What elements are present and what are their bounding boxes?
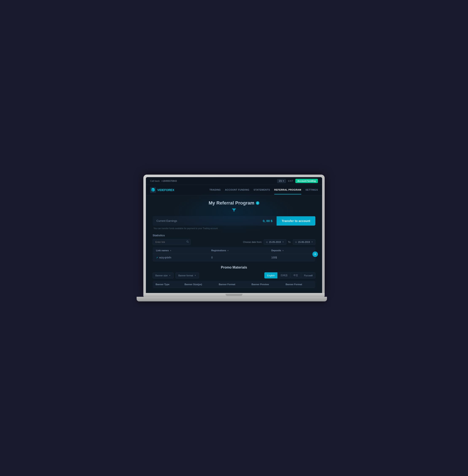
cell-link: ↗ wzq-qnlxfn bbox=[153, 254, 208, 261]
stats-table-wrapper: Link names ▾ Registrations ▾ bbox=[153, 247, 315, 261]
laptop-wrapper: Call back +18499370843 EN ▼ EXIT Account… bbox=[143, 175, 325, 301]
nav-referral-program[interactable]: REFERRAL PROGRAM bbox=[274, 185, 301, 194]
logo-vide: VIDE bbox=[157, 188, 164, 192]
app-container: Call back +18499370843 EN ▼ EXIT Account… bbox=[146, 177, 322, 293]
stats-table-head: Link names ▾ Registrations ▾ bbox=[153, 247, 315, 254]
lang-tab-english[interactable]: English bbox=[264, 272, 278, 279]
date-controls: Choose date from: ⊞ 15-05-2019 ▼ To: ⊞ 1… bbox=[243, 239, 315, 245]
calendar-icon-from: ⊞ bbox=[266, 241, 268, 243]
col-link-names: Link names ▾ bbox=[153, 247, 208, 254]
col-registrations: Registrations ▾ bbox=[208, 247, 268, 254]
banner-col-format2: Banner Format bbox=[283, 281, 315, 288]
promo-controls: Banner size ▼ Banner format ▼ English 日本… bbox=[153, 272, 315, 279]
promo-title: Promo Materials bbox=[153, 266, 315, 269]
banner-table: Banner Type Banner Size(px) Banner Forma… bbox=[153, 281, 315, 288]
date-from-input[interactable]: ⊞ 15-05-2019 ▼ bbox=[264, 239, 286, 245]
date-to-label: To: bbox=[288, 241, 291, 243]
top-bar-right: EN ▼ EXIT Account funding bbox=[277, 179, 318, 183]
top-bar-left: Call back +18499370843 bbox=[150, 180, 177, 182]
col-link-names-label: Link names bbox=[156, 249, 169, 252]
sort-icon-link: ▾ bbox=[170, 250, 171, 252]
lang-tab-russian[interactable]: Русский bbox=[301, 272, 315, 279]
logo-icon bbox=[150, 187, 156, 193]
statistics-title: Statistics bbox=[153, 234, 315, 237]
banner-size-label: Banner size bbox=[155, 274, 168, 277]
account-funding-button[interactable]: Account funding bbox=[295, 179, 318, 183]
lang-chevron-icon: ▼ bbox=[282, 180, 284, 182]
calendar-icon-to: ⊞ bbox=[295, 241, 297, 243]
sort-icon-deposits: ▾ bbox=[282, 250, 284, 252]
nav-settings[interactable]: SETTINGS bbox=[306, 185, 318, 194]
date-from-chevron: ▼ bbox=[282, 241, 284, 243]
banner-col-preview: Banner Preview bbox=[249, 281, 283, 288]
link-cell: ↗ wzq-qnlxfn bbox=[156, 256, 205, 259]
date-to-chevron: ▼ bbox=[311, 241, 313, 243]
lang-tab-chinese[interactable]: 中文 bbox=[291, 272, 301, 279]
search-input-wrapper bbox=[153, 239, 190, 245]
logo-text: VIDEFOREX bbox=[157, 188, 174, 192]
banner-table-head: Banner Type Banner Size(px) Banner Forma… bbox=[153, 281, 315, 288]
banner-format-chevron-icon: ▼ bbox=[194, 274, 196, 277]
laptop-base-top bbox=[143, 293, 325, 297]
table-row: ↗ wzq-qnlxfn 0 100$ bbox=[153, 254, 315, 261]
banner-col-format: Banner Format bbox=[216, 281, 249, 288]
cell-registrations: 0 bbox=[208, 254, 268, 261]
lang-tab-japanese[interactable]: 日本語 bbox=[278, 272, 290, 279]
date-to-input[interactable]: ⊞ 15-06-2019 ▼ bbox=[293, 239, 315, 245]
top-bar: Call back +18499370843 EN ▼ EXIT Account… bbox=[146, 177, 322, 185]
date-from-value: 15-05-2019 bbox=[269, 241, 281, 243]
add-row-button[interactable]: + bbox=[312, 252, 318, 257]
svg-point-2 bbox=[187, 241, 188, 242]
banner-size-chevron-icon: ▼ bbox=[169, 274, 171, 277]
statistics-section: Statistics bbox=[153, 234, 315, 261]
stats-table-header-row: Link names ▾ Registrations ▾ bbox=[153, 247, 315, 254]
banner-format-dropdown[interactable]: Banner format ▼ bbox=[176, 273, 199, 279]
main-content: My Referral Program i Current Earnings 0 bbox=[146, 195, 322, 293]
laptop-hinge-notch bbox=[226, 294, 242, 296]
logo-area: VIDEFOREX bbox=[150, 185, 174, 195]
banner-table-header-row: Banner Type Banner Size(px) Banner Forma… bbox=[153, 281, 315, 288]
laptop-screen-outer: Call back +18499370843 EN ▼ EXIT Account… bbox=[143, 175, 325, 293]
col-deposits-label: Deposits bbox=[271, 249, 281, 252]
laptop-base-bottom bbox=[137, 297, 327, 301]
lang-badge[interactable]: EN ▼ bbox=[277, 179, 286, 183]
banner-col-size: Banner Size(px) bbox=[181, 281, 216, 288]
link-arrow-icon: ↗ bbox=[156, 256, 158, 259]
search-input[interactable] bbox=[153, 239, 190, 245]
callback-label: Call back bbox=[150, 180, 160, 182]
exit-button[interactable]: EXIT bbox=[288, 180, 293, 182]
banner-format-label: Banner format bbox=[178, 274, 193, 277]
search-icon-button[interactable] bbox=[186, 240, 189, 244]
date-from-label: Choose date from: bbox=[243, 241, 262, 243]
col-deposits: Deposits ▾ bbox=[268, 247, 315, 254]
statistics-controls: Choose date from: ⊞ 15-05-2019 ▼ To: ⊞ 1… bbox=[153, 239, 315, 245]
banner-col-type: Banner Type bbox=[153, 281, 181, 288]
svg-line-3 bbox=[188, 242, 189, 243]
banner-size-dropdown[interactable]: Banner size ▼ bbox=[153, 273, 174, 279]
phone-number: +18499370843 bbox=[161, 180, 177, 182]
laptop-screen-inner: Call back +18499370843 EN ▼ EXIT Account… bbox=[146, 177, 322, 293]
sort-icon-registrations: ▾ bbox=[227, 250, 229, 252]
lang-badge-text: EN bbox=[279, 180, 282, 182]
stats-table: Link names ▾ Registrations ▾ bbox=[153, 247, 315, 261]
logo-forex: FOREX bbox=[164, 188, 174, 192]
cell-deposits: 100$ bbox=[268, 254, 315, 261]
bg-decoration bbox=[171, 191, 297, 233]
promo-section: Promo Materials Banner size ▼ Banner for… bbox=[153, 266, 315, 288]
lang-tabs: English 日本語 中文 Русский bbox=[264, 272, 315, 279]
link-value: wzq-qnlxfn bbox=[159, 256, 171, 259]
search-icon bbox=[186, 240, 189, 243]
stats-table-body: ↗ wzq-qnlxfn 0 100$ bbox=[153, 254, 315, 261]
date-to-value: 15-06-2019 bbox=[298, 241, 310, 243]
col-registrations-label: Registrations bbox=[211, 249, 226, 252]
